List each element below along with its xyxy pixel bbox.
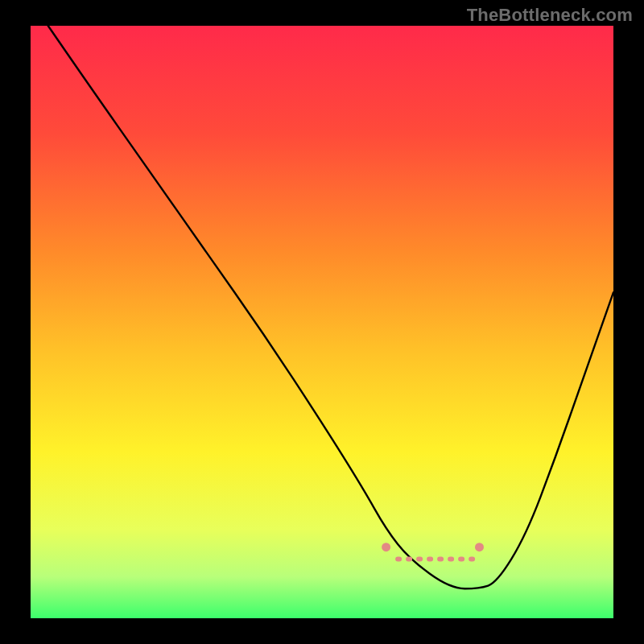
optimal-range-dot-0 — [382, 543, 390, 551]
bottleneck-chart — [0, 0, 644, 644]
optimal-range-dot-1 — [475, 543, 484, 551]
chart-frame: TheBottleneck.com — [0, 0, 644, 644]
attribution-label: TheBottleneck.com — [467, 5, 633, 26]
